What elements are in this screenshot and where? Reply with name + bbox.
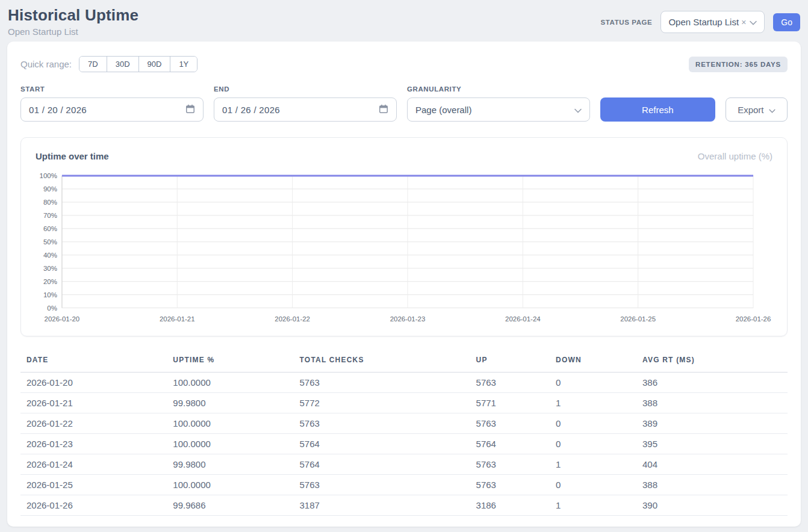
table-cell: 0 xyxy=(550,372,636,392)
table-cell: 5763 xyxy=(470,454,550,474)
page-title: Historical Uptime xyxy=(8,6,138,25)
table-cell: 2026-01-23 xyxy=(20,433,167,454)
table-cell: 5763 xyxy=(294,474,470,495)
chevron-down-icon xyxy=(574,105,582,115)
table-cell: 5771 xyxy=(470,392,550,413)
table-cell: 0 xyxy=(550,413,636,433)
table-row: 2026-01-23100.0000576457640395 xyxy=(20,433,788,454)
table-cell: 2026-01-21 xyxy=(20,392,167,413)
table-cell: 1 xyxy=(550,454,636,474)
table-cell: 404 xyxy=(636,454,788,474)
calendar-icon[interactable] xyxy=(185,104,195,116)
end-label: END xyxy=(214,85,397,93)
svg-text:70%: 70% xyxy=(43,212,57,219)
quick-range-7d[interactable]: 7D xyxy=(79,57,107,72)
chart-card: Uptime over time Overall uptime (%) 0%10… xyxy=(20,137,788,336)
table-cell: 5772 xyxy=(294,392,470,413)
status-page-select[interactable]: Open Startup List × xyxy=(660,11,765,33)
main-card: Quick range: 7D 30D 90D 1Y RETENTION: 36… xyxy=(7,42,801,527)
page-subtitle: Open Startup List xyxy=(8,26,138,37)
column-header: AVG RT (MS) xyxy=(636,352,788,373)
table-row: 2026-01-2199.9800577257711388 xyxy=(20,392,788,413)
table-cell: 388 xyxy=(636,474,788,495)
table-cell: 386 xyxy=(636,372,788,392)
table-cell: 388 xyxy=(636,392,788,413)
table-cell: 100.0000 xyxy=(167,413,293,433)
quick-range-label: Quick range: xyxy=(20,59,72,69)
start-date-field: START 01 / 20 / 2026 xyxy=(20,85,204,122)
svg-text:40%: 40% xyxy=(43,252,57,259)
clear-icon[interactable]: × xyxy=(741,17,746,27)
chart-header: Uptime over time Overall uptime (%) xyxy=(36,151,772,161)
table-cell: 5764 xyxy=(294,433,470,454)
table-cell: 5763 xyxy=(470,413,550,433)
table-cell: 99.9686 xyxy=(167,495,293,515)
svg-text:100%: 100% xyxy=(40,172,57,179)
svg-text:2026-01-21: 2026-01-21 xyxy=(160,315,195,323)
table-cell: 0 xyxy=(550,433,636,454)
export-button[interactable]: Export xyxy=(726,97,788,122)
statuspage-controls: STATUS PAGE Open Startup List × Go xyxy=(601,11,800,33)
chart-legend: Overall uptime (%) xyxy=(698,151,772,161)
export-label: Export xyxy=(738,105,763,115)
uptime-table: DATEUPTIME %TOTAL CHECKSUPDOWNAVG RT (MS… xyxy=(20,352,788,516)
table-cell: 5763 xyxy=(470,474,550,495)
svg-text:10%: 10% xyxy=(43,291,57,298)
quick-range-90d[interactable]: 90D xyxy=(138,57,170,72)
quick-range: Quick range: 7D 30D 90D 1Y xyxy=(20,56,197,72)
svg-text:2026-01-24: 2026-01-24 xyxy=(505,315,541,323)
table-cell: 389 xyxy=(636,413,788,433)
status-page-label: STATUS PAGE xyxy=(601,19,653,26)
granularity-select[interactable]: Page (overall) xyxy=(407,97,590,122)
uptime-table-header-row: DATEUPTIME %TOTAL CHECKSUPDOWNAVG RT (MS… xyxy=(20,352,788,373)
chart-title: Uptime over time xyxy=(36,151,109,161)
table-cell: 0 xyxy=(550,474,636,495)
table-row: 2026-01-2499.9800576457631404 xyxy=(20,454,788,474)
table-cell: 5763 xyxy=(294,413,470,433)
table-cell: 100.0000 xyxy=(167,372,293,392)
table-cell: 1 xyxy=(550,495,636,515)
chevron-down-icon xyxy=(750,17,757,28)
start-date-input[interactable]: 01 / 20 / 2026 xyxy=(20,97,204,122)
granularity-value: Page (overall) xyxy=(415,105,471,115)
uptime-line-chart: 0%10%20%30%40%50%60%70%80%90%100%2026-01… xyxy=(36,171,772,326)
start-date-value: 01 / 20 / 2026 xyxy=(29,105,87,115)
table-cell: 100.0000 xyxy=(167,474,293,495)
refresh-button[interactable]: Refresh xyxy=(600,97,715,122)
granularity-label: GRANULARITY xyxy=(407,85,590,93)
table-cell: 395 xyxy=(636,433,788,454)
quick-range-1y[interactable]: 1Y xyxy=(170,57,197,72)
svg-text:2026-01-20: 2026-01-20 xyxy=(45,315,80,323)
table-cell: 2026-01-22 xyxy=(20,413,167,433)
table-row: 2026-01-20100.0000576357630386 xyxy=(20,372,788,392)
svg-text:20%: 20% xyxy=(43,278,57,285)
table-cell: 2026-01-20 xyxy=(20,372,167,392)
svg-text:0%: 0% xyxy=(47,305,57,312)
quick-range-group: 7D 30D 90D 1Y xyxy=(79,56,197,72)
svg-text:2026-01-23: 2026-01-23 xyxy=(390,315,426,323)
column-header: UP xyxy=(470,352,550,373)
column-header: UPTIME % xyxy=(167,352,293,373)
table-cell: 5763 xyxy=(294,372,470,392)
table-cell: 390 xyxy=(636,495,788,515)
table-cell: 2026-01-25 xyxy=(20,474,167,495)
column-header: TOTAL CHECKS xyxy=(294,352,470,373)
svg-text:2026-01-26: 2026-01-26 xyxy=(736,315,771,323)
filters-row: START 01 / 20 / 2026 END 01 / 26 / 2026 … xyxy=(20,85,788,122)
svg-text:30%: 30% xyxy=(43,265,57,272)
end-date-input[interactable]: 01 / 26 / 2026 xyxy=(214,97,397,122)
end-date-field: END 01 / 26 / 2026 xyxy=(214,85,397,122)
end-date-value: 01 / 26 / 2026 xyxy=(222,105,280,115)
table-cell: 99.9800 xyxy=(167,392,293,413)
svg-text:50%: 50% xyxy=(43,238,57,246)
calendar-icon[interactable] xyxy=(379,104,388,116)
column-header: DATE xyxy=(20,352,167,373)
table-cell: 2026-01-26 xyxy=(20,495,167,515)
svg-text:2026-01-25: 2026-01-25 xyxy=(620,315,656,323)
quick-range-30d[interactable]: 30D xyxy=(107,57,138,72)
table-cell: 100.0000 xyxy=(167,433,293,454)
table-cell: 5764 xyxy=(470,433,550,454)
svg-text:60%: 60% xyxy=(43,225,57,232)
go-button[interactable]: Go xyxy=(773,13,800,31)
table-cell: 3187 xyxy=(294,495,470,515)
